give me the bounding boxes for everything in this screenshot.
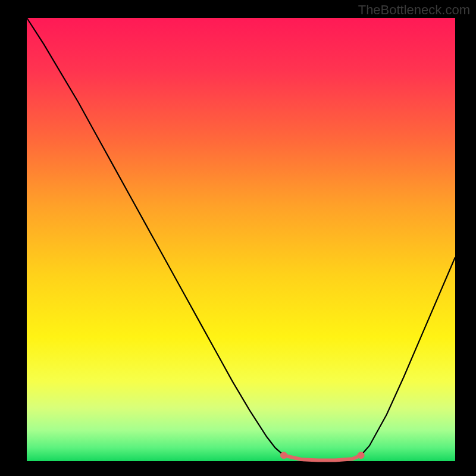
chart-frame: TheBottleneck.com — [0, 0, 476, 476]
marker-left-endpoint — [280, 452, 287, 459]
chart-svg — [0, 0, 476, 476]
marker-right-endpoint — [358, 452, 365, 459]
watermark-text: TheBottleneck.com — [358, 2, 470, 18]
